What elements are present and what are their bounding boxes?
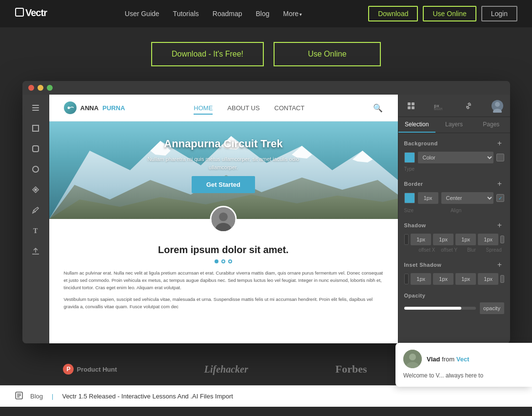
- shadow-blur-input[interactable]: [455, 234, 476, 245]
- border-checkbox[interactable]: ✓: [496, 194, 504, 202]
- mockup-content-text-1: Nullam ac pulvinar erat. Nulla nec velit…: [64, 269, 383, 292]
- border-color-swatch[interactable]: [404, 193, 415, 203]
- border-add-button[interactable]: +: [495, 179, 504, 188]
- footer-blog-link[interactable]: Blog: [30, 393, 43, 400]
- nav-download-button[interactable]: Download: [368, 6, 418, 21]
- footer-separator: |: [52, 393, 53, 400]
- mockup-content-title: Lorem ipsum dolor sit amet.: [64, 229, 383, 256]
- inset-shadow-color-swatch[interactable]: [404, 274, 409, 284]
- grid-icon-button[interactable]: [403, 98, 419, 114]
- pen-tool-button[interactable]: [26, 180, 45, 199]
- text-tool-button[interactable]: T: [26, 221, 45, 240]
- shadow-color-swatch[interactable]: [404, 234, 409, 245]
- mockup-logo-icon: [64, 101, 77, 114]
- carousel-dot-2[interactable]: [221, 259, 225, 263]
- border-align-dropdown[interactable]: Center Inside Outside: [441, 192, 493, 204]
- background-color-swatch[interactable]: [404, 152, 415, 163]
- background-type-dropdown[interactable]: Color Gradient Image: [418, 152, 493, 163]
- upload-tool-button[interactable]: [26, 242, 45, 260]
- rounded-rect-tool-button[interactable]: [26, 139, 45, 158]
- nav-link-userguide[interactable]: User Guide: [125, 10, 159, 18]
- menu-tool-button[interactable]: [26, 99, 45, 117]
- inset-shadow-add-button[interactable]: +: [495, 260, 504, 269]
- svg-text:T: T: [33, 227, 38, 235]
- inset-offsetx-group: [411, 273, 431, 285]
- footer-blog-icon: [15, 391, 23, 402]
- right-panel: px WHAM: [398, 95, 510, 343]
- shadow-spread-input[interactable]: [478, 234, 498, 245]
- product-hunt-logo[interactable]: P Product Hunt: [63, 364, 117, 375]
- mockup-hero-cta-button[interactable]: Get Started: [192, 176, 255, 193]
- window-minimize-dot[interactable]: [38, 85, 43, 91]
- hero-use-online-button[interactable]: Use Online: [274, 42, 381, 66]
- svg-rect-5: [33, 125, 39, 131]
- opacity-slider[interactable]: [404, 307, 476, 310]
- shadow-offsetx-group: [411, 234, 431, 245]
- inset-shadow-checkbox[interactable]: [500, 275, 504, 283]
- background-type-label: Type: [404, 166, 504, 172]
- svg-rect-22: [408, 102, 411, 105]
- rect-tool-button[interactable]: [26, 119, 45, 138]
- shadow-offsety-group: [433, 234, 453, 245]
- shadow-offset-y-input[interactable]: [433, 234, 453, 245]
- window-maximize-dot[interactable]: [47, 85, 53, 91]
- link-icon-button[interactable]: [461, 98, 476, 114]
- nav-login-button[interactable]: Login: [481, 6, 517, 21]
- mockup-nav-about[interactable]: ABOUT US: [227, 104, 259, 112]
- user-icon-button[interactable]: [490, 98, 505, 114]
- product-hunt-label: Product Hunt: [77, 366, 117, 373]
- app-body: T: [22, 95, 510, 343]
- canvas-area[interactable]: ANNA PURNA HOME ABOUT US CONTACT 🔍: [49, 95, 398, 343]
- footer-news-link[interactable]: Vectr 1.5 Released - Interactive Lessons…: [62, 393, 233, 400]
- svg-point-20: [219, 213, 228, 221]
- carousel-dot-3[interactable]: [228, 259, 232, 263]
- border-section: Border + Center Inside Outside: [404, 179, 504, 213]
- mockup-navbar: ANNA PURNA HOME ABOUT US CONTACT 🔍: [49, 95, 398, 121]
- svg-point-10: [67, 107, 70, 109]
- inset-shadow-title: Inset Shadow: [404, 262, 442, 268]
- inset-shadow-offset-x-input[interactable]: [411, 273, 431, 285]
- opacity-input[interactable]: [480, 302, 504, 314]
- svg-rect-25: [412, 106, 414, 109]
- nav-link-blog[interactable]: Blog: [256, 10, 269, 18]
- nav-link-more[interactable]: More▾: [283, 10, 302, 18]
- shadow-section: Shadow +: [404, 221, 504, 253]
- nav-link-roadmap[interactable]: Roadmap: [213, 10, 242, 18]
- lifehacker-logo[interactable]: Lifehacker: [204, 364, 248, 375]
- ellipse-tool-button[interactable]: [26, 160, 45, 178]
- tab-pages[interactable]: Pages: [473, 117, 510, 133]
- tab-selection[interactable]: Selection: [398, 117, 435, 133]
- svg-point-7: [33, 166, 39, 172]
- chat-widget[interactable]: Vlad from Vect Welcome to V... always he…: [395, 343, 532, 387]
- pencil-tool-button[interactable]: [26, 201, 45, 219]
- inset-shadow-blur-input[interactable]: [455, 273, 476, 285]
- shadow-offset-x-input[interactable]: [411, 234, 431, 245]
- mockup-content-text-2: Vestibulum turpis sapien, suscipit sed v…: [64, 296, 383, 310]
- border-row: Center Inside Outside ✓: [404, 192, 504, 204]
- border-size-input[interactable]: [418, 192, 438, 204]
- hero-download-button[interactable]: Download - It's Free!: [151, 42, 264, 66]
- nav-use-online-button[interactable]: Use Online: [423, 6, 476, 21]
- nav-link-tutorials[interactable]: Tutorials: [173, 10, 199, 18]
- background-title: Background: [404, 140, 438, 146]
- chat-header: Vlad from Vect: [403, 350, 524, 368]
- search-icon[interactable]: 🔍: [373, 103, 383, 113]
- mockup-content-section: Lorem ipsum dolor sit amet. Nullam ac pu…: [49, 219, 398, 324]
- shadow-checkbox[interactable]: [500, 236, 504, 243]
- inset-shadow-offset-y-input[interactable]: [433, 273, 453, 285]
- window-close-dot[interactable]: [28, 85, 34, 91]
- shadow-row: [404, 234, 504, 245]
- shadow-title: Shadow: [404, 222, 426, 228]
- carousel-dot-1[interactable]: [215, 259, 218, 263]
- forbes-logo[interactable]: Forbes: [335, 363, 367, 376]
- panel-tabs: Selection Layers Pages: [398, 117, 510, 133]
- background-checkbox[interactable]: [496, 154, 504, 161]
- px-size-button[interactable]: px WHAM: [432, 98, 448, 114]
- background-add-button[interactable]: +: [495, 139, 504, 148]
- mockup-nav-contact[interactable]: CONTACT: [275, 104, 305, 112]
- chat-avatar: [403, 350, 422, 368]
- tab-layers[interactable]: Layers: [435, 117, 473, 133]
- mockup-nav-home[interactable]: HOME: [194, 104, 213, 115]
- shadow-add-button[interactable]: +: [495, 221, 504, 230]
- inset-shadow-spread-input[interactable]: [478, 273, 498, 285]
